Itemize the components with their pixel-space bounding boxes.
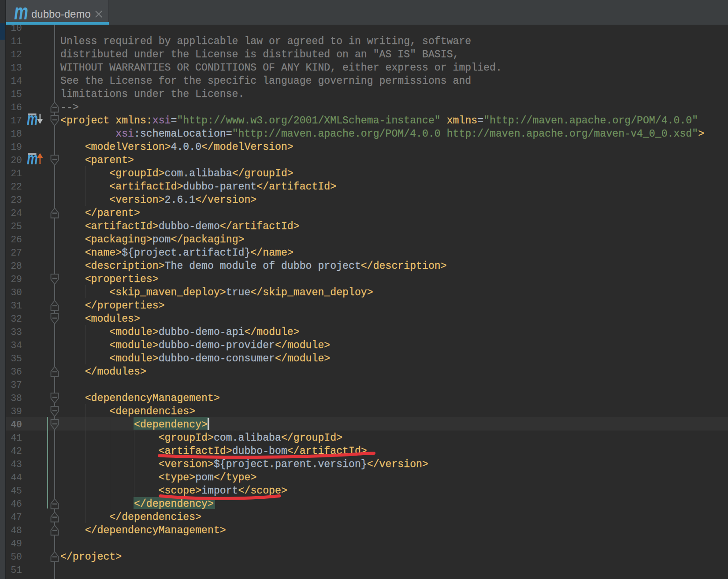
svg-text:m: m xyxy=(27,109,38,128)
svg-text:m: m xyxy=(14,0,28,24)
svg-text:m: m xyxy=(27,148,38,168)
